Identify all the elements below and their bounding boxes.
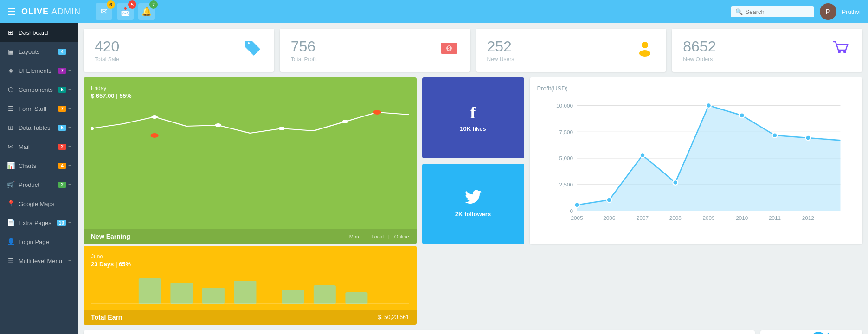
brand-admin: ADMIN	[51, 7, 81, 16]
sidebar-item-mail[interactable]: ✉ Mail 2 +	[0, 137, 78, 156]
sidebar-item-label: Layouts	[19, 48, 40, 55]
new-users-label: New Users	[487, 56, 514, 63]
components-icon: ⬡	[6, 86, 15, 93]
svg-text:2007: 2007	[636, 215, 648, 221]
brand-logo: OLIVE ADMIN	[21, 7, 81, 17]
ui-elements-plus[interactable]: +	[68, 67, 71, 74]
sidebar-item-ui-elements[interactable]: ◈ UI Elements 7 +	[0, 61, 78, 80]
svg-point-12	[151, 133, 159, 138]
svg-point-4	[639, 50, 650, 57]
svg-point-3	[642, 42, 648, 48]
product-plus[interactable]: +	[68, 181, 71, 188]
earning-link-local[interactable]: Local	[372, 234, 384, 239]
earning-sep2: |	[388, 234, 390, 239]
sidebar-item-label: Mail	[19, 143, 30, 150]
earning-card: Friday $ 657.00 | 55% New Earning More	[84, 77, 417, 244]
sidebar-item-google-maps[interactable]: 📍 Google Maps	[0, 194, 78, 213]
login-icon: 👤	[6, 238, 15, 245]
envelope-nav-icon[interactable]: ✉ 6	[96, 3, 112, 20]
sidebar-item-data-tables[interactable]: ⊞ Data Tables 5 +	[0, 118, 78, 137]
avatar[interactable]: P	[820, 3, 836, 20]
svg-rect-45	[282, 290, 304, 304]
mail-sidebar-icon: ✉	[6, 143, 15, 150]
earning-link-online[interactable]: Online	[394, 234, 409, 239]
svg-text:2011: 2011	[768, 215, 780, 221]
user-icon	[635, 38, 655, 63]
bell-badge: 7	[149, 0, 158, 9]
total-sale-label: Total Sale	[95, 56, 119, 63]
new-orders-label: New Orders	[683, 56, 716, 63]
twitter-card[interactable]: 2K followers	[422, 164, 524, 244]
earn-value: $, 50,23,561	[378, 314, 409, 321]
main-content: 420 Total Sale 756 Total Profit	[78, 23, 868, 334]
hamburger-icon[interactable]: ☰	[7, 6, 16, 17]
svg-text:$: $	[448, 46, 450, 51]
sidebar-item-label: Data Tables	[19, 124, 50, 131]
new-orders-value: 8652	[683, 38, 716, 55]
product-icon: 🛒	[6, 181, 15, 188]
search-input[interactable]	[746, 8, 810, 15]
brand-olive: OLIVE	[21, 7, 49, 16]
new-users-value: 252	[487, 38, 514, 55]
sidebar-item-label: Form Stuff	[19, 105, 46, 112]
earn-chart	[91, 271, 409, 308]
svg-rect-44	[234, 281, 256, 304]
mail-nav-icon[interactable]: 📩 5	[117, 3, 134, 20]
user-name[interactable]: Pruthvi	[842, 8, 861, 15]
sidebar-item-form-stuff[interactable]: ☰ Form Stuff 7 +	[0, 99, 78, 118]
sidebar: ⊞ Dashboard ▣ Layouts 4 + ◈ UI Elements …	[0, 23, 78, 334]
sidebar-item-charts[interactable]: 📊 Charts 4 +	[0, 156, 78, 175]
svg-point-9	[215, 123, 221, 127]
mail-badge: 5	[128, 0, 136, 9]
components-plus[interactable]: +	[68, 86, 71, 93]
sidebar-item-label: Multi level Menu	[19, 257, 62, 264]
charts-plus[interactable]: +	[68, 162, 71, 169]
svg-point-25	[574, 202, 579, 207]
svg-point-13	[373, 110, 381, 115]
extra-pages-plus[interactable]: +	[68, 219, 71, 226]
mail-plus[interactable]: +	[68, 143, 71, 150]
svg-rect-42	[170, 283, 193, 304]
sidebar-item-layouts[interactable]: ▣ Layouts 4 +	[0, 42, 78, 61]
svg-point-29	[706, 103, 711, 108]
sidebar-item-label: Components	[19, 86, 53, 93]
earning-chart	[91, 103, 409, 145]
sidebar-item-multi-level[interactable]: ☰ Multi level Menu +	[0, 251, 78, 270]
svg-point-26	[606, 198, 611, 203]
stat-card-new-orders: 8652 New Orders	[672, 29, 862, 72]
earning-amount: $ 657.00 | 55%	[91, 92, 409, 99]
svg-point-7	[91, 127, 94, 130]
mail-badge: 2	[58, 144, 66, 150]
earning-link-more[interactable]: More	[349, 234, 361, 239]
layouts-badge: 4	[58, 49, 66, 55]
dashboard-icon: ⊞	[6, 29, 15, 36]
earn-days: 23 Days | 65%	[91, 261, 409, 268]
facebook-icon: f	[470, 103, 476, 122]
data-tables-plus[interactable]: +	[68, 124, 71, 131]
multi-level-icon: ☰	[6, 257, 15, 264]
multi-level-plus[interactable]: +	[68, 257, 71, 264]
sidebar-item-dashboard[interactable]: ⊞ Dashboard	[0, 23, 78, 42]
layouts-plus[interactable]: +	[68, 48, 71, 55]
facebook-card[interactable]: f 10K likes	[422, 77, 524, 158]
search-box[interactable]: 🔍	[731, 6, 814, 17]
svg-point-32	[805, 135, 810, 141]
total-sale-value: 420	[95, 38, 119, 55]
twitter-icon	[465, 190, 482, 208]
profit-chart-title: Profit(USD)	[537, 85, 855, 92]
sidebar-item-extra-pages[interactable]: 📄 Extra Pages 10 +	[0, 213, 78, 232]
ui-elements-icon: ◈	[6, 67, 15, 74]
earning-sep1: |	[366, 234, 367, 239]
sidebar-item-product[interactable]: 🛒 Product 2 +	[0, 175, 78, 194]
sidebar-item-components[interactable]: ⬡ Components 5 +	[0, 80, 78, 99]
sidebar-item-login-page[interactable]: 👤 Login Page	[0, 232, 78, 251]
earn-month: June	[91, 253, 409, 260]
total-profit-label: Total Profit	[291, 56, 317, 63]
twitter-follow-card[interactable]	[760, 330, 862, 334]
ui-elements-badge: 7	[58, 68, 66, 74]
svg-point-6	[843, 51, 846, 53]
svg-rect-41	[139, 278, 161, 304]
form-stuff-plus[interactable]: +	[68, 105, 71, 112]
svg-point-31	[772, 133, 777, 138]
bell-nav-icon[interactable]: 🔔 7	[138, 3, 155, 20]
